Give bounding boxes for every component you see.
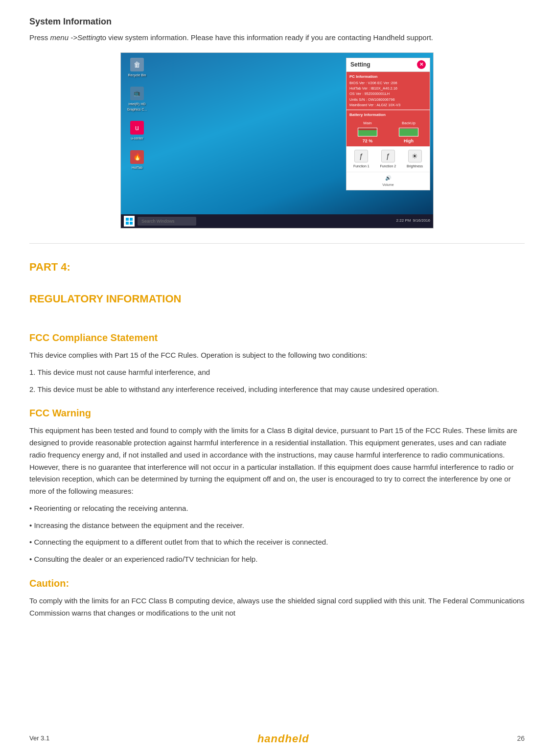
battery-title: Battery Information	[349, 112, 427, 118]
taskbar: 2:22 PM 9/16/2016	[121, 214, 433, 228]
ucenter-icon: u	[130, 121, 144, 135]
bullet-1: • Reorienting or relocating the receivin…	[29, 503, 525, 515]
taskbar-time: 2:22 PM	[396, 218, 411, 224]
pc-info-line-3: OS Ver : 95Z0000001LH	[349, 91, 427, 96]
pc-info-line-4: Units S/N : OW1080006796	[349, 97, 427, 102]
intro-paragraph: Press menu ->Settingto view system infor…	[29, 32, 525, 44]
setting-title: Setting	[350, 60, 370, 69]
pc-info-line-1: BIOS Ver : V206 EC Ver :206	[349, 80, 427, 86]
fcc-compliance-condition2: 2. This device must be able to withstand…	[29, 384, 525, 396]
graphics-icon: 📺	[130, 87, 144, 100]
fcc-compliance-condition1: 1. This device must not cause harmful in…	[29, 367, 525, 379]
section-title: System Information	[29, 15, 525, 29]
brightness-button[interactable]: ☀ Brightness	[407, 150, 423, 169]
battery-backup-label: BackUp	[402, 120, 416, 127]
battery-main-bar	[358, 128, 377, 137]
fcc-compliance-body: This device complies with Part 15 of the…	[29, 349, 525, 395]
fcc-compliance-intro: This device complies with Part 15 of the…	[29, 349, 525, 362]
caution-body: To comply with the limits for an FCC Cla…	[29, 595, 525, 619]
desktop-icon-graphics: 📺 Intel(R) HDGraphics C...	[126, 87, 148, 112]
footer-page-number: 26	[517, 733, 525, 744]
battery-backup-fill	[399, 129, 418, 136]
volume-icon: 🔊	[382, 174, 394, 182]
brightness-label: Brightness	[407, 163, 423, 169]
device-screenshot: 🗑 Recycle Bin 📺 Intel(R) HDGraphics C...…	[120, 52, 434, 229]
bullet-2: • Increasing the distance between the eq…	[29, 520, 525, 532]
hottab-label: HotTab	[132, 165, 142, 170]
volume-label: Volume	[348, 182, 428, 187]
function1-button[interactable]: ƒ Function 1	[353, 150, 369, 169]
section-divider-1	[29, 243, 525, 244]
desktop-icon-ucenter: u u-center	[126, 121, 148, 141]
brightness-icon: ☀	[408, 150, 422, 162]
part4-label: PART 4:	[29, 258, 525, 275]
part4-title: REGULATORY INFORMATION	[29, 290, 525, 307]
ucenter-label: u-center	[131, 136, 143, 141]
close-button[interactable]: ✕	[417, 60, 426, 69]
setting-header: Setting ✕	[346, 58, 430, 72]
caution-heading: Caution:	[29, 575, 525, 591]
desktop-icon-hottab: 🔥 HotTab	[126, 150, 148, 170]
function2-icon: ƒ	[381, 150, 395, 162]
svg-rect-0	[126, 218, 129, 221]
function1-icon: ƒ	[354, 150, 368, 162]
taskbar-search[interactable]	[138, 217, 196, 226]
caution-text: To comply with the limits for an FCC Cla…	[29, 595, 525, 619]
graphics-label: Intel(R) HDGraphics C...	[127, 101, 147, 112]
setting-bottom-buttons: ƒ Function 1 ƒ Function 2 ☀ Brightness	[346, 146, 430, 172]
pc-info-section: PC Information BIOS Ver : V206 EC Ver :2…	[346, 72, 430, 110]
hottab-icon: 🔥	[130, 150, 144, 164]
battery-main-label: Main	[363, 120, 371, 127]
intro-suffix: to view system information. Please have …	[100, 33, 433, 42]
taskbar-right: 2:22 PM 9/16/2016	[396, 218, 430, 224]
fcc-warning-body: This equipment has been tested and found…	[29, 425, 525, 566]
fcc-warning-bullets: • Reorienting or relocating the receivin…	[29, 503, 525, 566]
battery-main-value: 72 %	[363, 137, 373, 144]
function1-label: Function 1	[353, 163, 369, 169]
function2-button[interactable]: ƒ Function 2	[380, 150, 396, 169]
start-button[interactable]	[124, 216, 135, 227]
pc-info-line-5: MainBoard Ver : ALGIZ 10X-V3	[349, 102, 427, 108]
svg-rect-2	[126, 222, 129, 225]
battery-backup: BackUp High	[391, 120, 427, 144]
fcc-compliance-heading: FCC Compliance Statement	[29, 330, 525, 345]
footer-version: Ver 3.1	[29, 733, 49, 744]
desktop-icons: 🗑 Recycle Bin 📺 Intel(R) HDGraphics C...…	[126, 58, 148, 170]
footer: Ver 3.1 handheld 26	[29, 730, 525, 747]
pc-info-line-2: HotTab Ver : IB10X_A40.2.16	[349, 86, 427, 91]
bullet-4: • Consulting the dealer or an experience…	[29, 553, 525, 566]
desktop-icon-recycle: 🗑 Recycle Bin	[126, 58, 148, 78]
battery-backup-bar	[399, 128, 418, 137]
svg-rect-1	[130, 218, 133, 221]
battery-backup-value: High	[404, 137, 414, 144]
bullet-3: • Connecting the equipment to a differen…	[29, 536, 525, 549]
setting-panel: Setting ✕ PC Information BIOS Ver : V206…	[346, 58, 430, 190]
footer-brand: handheld	[257, 730, 309, 747]
screenshot-container: 🗑 Recycle Bin 📺 Intel(R) HDGraphics C...…	[29, 52, 525, 229]
svg-rect-3	[130, 222, 133, 225]
recycle-bin-icon: 🗑	[130, 58, 144, 71]
intro-italic: menu ->Setting	[50, 33, 100, 42]
battery-section: Battery Information Main 72 % BackUp	[346, 110, 430, 146]
recycle-bin-label: Recycle Bin	[128, 72, 146, 78]
battery-row: Main 72 % BackUp High	[349, 120, 427, 144]
battery-main: Main 72 %	[349, 120, 386, 144]
pc-info-title: PC Information	[349, 74, 427, 80]
function2-label: Function 2	[380, 163, 396, 169]
fcc-warning-text: This equipment has been tested and found…	[29, 425, 525, 498]
battery-main-fill	[358, 130, 377, 136]
taskbar-date: 9/16/2016	[413, 218, 430, 224]
fcc-warning-heading: FCC Warning	[29, 405, 525, 421]
